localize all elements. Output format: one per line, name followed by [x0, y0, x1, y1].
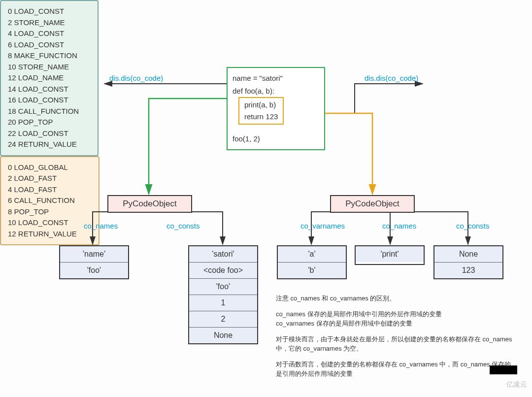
op-line: 18 CALL_FUNCTION: [8, 106, 91, 117]
op-line: 4 LOAD_CONST: [8, 28, 91, 39]
table-cell: None: [434, 246, 502, 263]
op-line: 0 LOAD_GLOBAL: [8, 162, 92, 173]
op-line: 6 LOAD_CONST: [8, 39, 91, 51]
source-line: return 123: [244, 111, 278, 123]
op-line: 24 RETURN_VALUE: [8, 139, 91, 150]
table-coconsts-right: None 123: [433, 245, 503, 279]
table-cell: <code foo>: [189, 263, 257, 279]
op-line: 20 POP_TOP: [8, 117, 91, 128]
table-cell: 'foo': [60, 263, 128, 278]
table-conames-right: 'print': [355, 245, 425, 265]
table-cell: 1: [189, 295, 257, 311]
note-line: 注意 co_names 和 co_varnames 的区别。: [276, 294, 512, 303]
table-cell: 'foo': [189, 279, 257, 295]
label-coconsts-left: co_consts: [166, 222, 200, 230]
table-cell: None: [189, 328, 257, 343]
table-cell: 'print': [356, 246, 424, 262]
source-code-box: name = "satori" def foo(a, b): print(a, …: [227, 67, 325, 150]
label-conames-right: co_names: [382, 222, 416, 230]
label-conames-left: co_names: [84, 222, 118, 230]
redacted-bar: [490, 365, 517, 374]
op-line: 10 STORE_NAME: [8, 62, 91, 73]
op-line: 2 LOAD_FAST: [8, 173, 92, 184]
table-cell: 'satori': [189, 246, 257, 263]
op-line: 2 STORE_NAME: [8, 17, 91, 29]
table-cell: 2: [189, 311, 257, 328]
table-covarnames: 'a' 'b': [277, 245, 347, 279]
note-line: 对于函数而言，创建的变量的名称都保存在 co_varnames 中，而 co_n…: [276, 360, 512, 379]
op-line: 14 LOAD_CONST: [8, 84, 91, 95]
table-coconsts-left: 'satori' <code foo> 'foo' 1 2 None: [188, 245, 258, 344]
op-line: 8 MAKE_FUNCTION: [8, 50, 91, 62]
pycodeobject-left: PyCodeObject: [107, 195, 192, 213]
op-line: 12 LOAD_NAME: [8, 72, 91, 84]
table-cell: 123: [434, 263, 502, 278]
op-line: 12 RETURN_VALUE: [8, 229, 92, 240]
opcodes-right-box: 0 LOAD_GLOBAL 2 LOAD_FAST 4 LOAD_FAST 6 …: [0, 156, 100, 246]
table-cell: 'name': [60, 246, 128, 263]
note-line: 对于模块而言，由于本身就处在最外层，所以创建的变量的名称都保存在 co_name…: [276, 334, 512, 354]
op-line: 22 LOAD_CONST: [8, 128, 91, 139]
table-conames-left: 'name' 'foo': [59, 245, 129, 279]
watermark-text: 亿速云: [506, 380, 527, 389]
note-line: co_names 保存的是局部作用域中引用的外层作用域的变量 co_varnam…: [276, 309, 512, 329]
source-line: def foo(a, b):: [233, 85, 319, 98]
label-covarnames: co_varnames: [300, 222, 345, 230]
opcodes-left-box: 0 LOAD_CONST 2 STORE_NAME 4 LOAD_CONST 6…: [0, 0, 99, 156]
table-cell: 'b': [278, 263, 346, 278]
notes-block: 注意 co_names 和 co_varnames 的区别。 co_names …: [276, 294, 512, 385]
op-line: 4 LOAD_FAST: [8, 184, 92, 196]
function-body-box: print(a, b) return 123: [238, 97, 284, 125]
op-line: 10 LOAD_CONST: [8, 217, 92, 229]
op-line: 6 CALL_FUNCTION: [8, 195, 92, 206]
op-line: 8 POP_TOP: [8, 206, 92, 218]
label-coconsts-right: co_consts: [456, 222, 490, 230]
source-line: print(a, b): [244, 99, 278, 111]
table-cell: 'a': [278, 246, 346, 263]
label-dis-right: dis.dis(co_code): [365, 74, 418, 82]
label-dis-left: dis.dis(co_code): [109, 74, 163, 82]
source-line: foo(1, 2): [233, 132, 319, 145]
op-line: 0 LOAD_CONST: [8, 6, 91, 17]
op-line: 16 LOAD_CONST: [8, 95, 91, 106]
pycodeobject-right: PyCodeObject: [330, 195, 415, 213]
source-line: name = "satori": [233, 72, 319, 85]
